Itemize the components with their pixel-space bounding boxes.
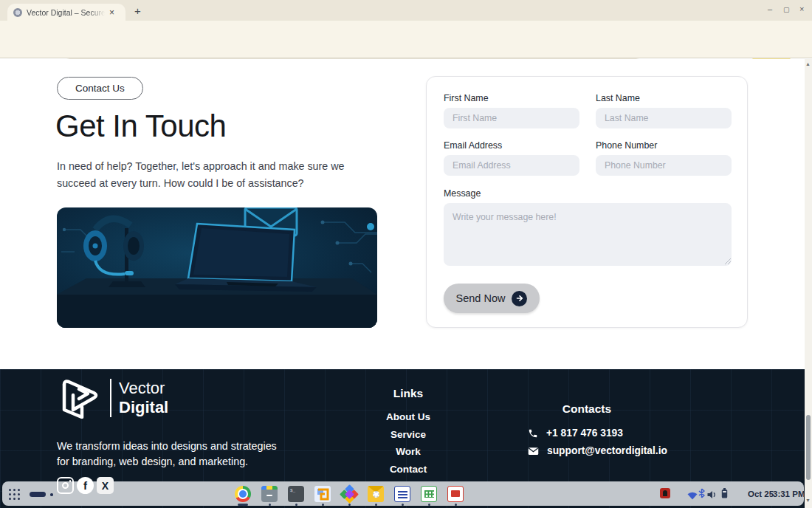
photos-app-icon[interactable] (341, 486, 357, 502)
phone-label: Phone Number (596, 140, 657, 151)
facebook-icon[interactable]: f (77, 477, 94, 494)
footer-phone-row[interactable]: +1 817 476 3193 (528, 428, 623, 439)
chrome-app-icon[interactable] (235, 486, 251, 502)
brand-wordmark: Vector Digital (110, 379, 168, 417)
contact-form-card: First Name Last Name Email Address Phone… (426, 76, 748, 328)
desk-indicator-dot[interactable] (50, 493, 53, 496)
scrollbar-up-icon[interactable]: ▲ (805, 61, 811, 66)
tab-strip: Vector Digital – Secure, Co × + – ▢ × (0, 0, 812, 21)
page-description: In need of help? Together, let's approac… (57, 158, 365, 192)
tab-favicon (13, 8, 22, 17)
shelf-date[interactable]: Oct 25 (748, 490, 774, 498)
browser-toolbar: ← → ⟳ vectordigital.io/#about ☆ Work ⋮ (0, 21, 812, 41)
arrow-right-icon (512, 291, 527, 306)
first-name-label: First Name (444, 93, 489, 103)
desk-indicator-pill[interactable] (30, 492, 46, 497)
footer-contacts-heading: Contacts (543, 402, 631, 416)
footer-tagline: We transform ideas into designs and stra… (57, 439, 278, 469)
footer-links-heading: Links (364, 387, 453, 400)
running-indicator (428, 504, 430, 506)
footer-email-row[interactable]: support@vectordigital.io (528, 445, 667, 456)
hero-illustration (57, 207, 377, 328)
battery-icon[interactable] (721, 488, 728, 501)
screen: Vector Digital – Secure, Co × + – ▢ × ← … (0, 0, 812, 508)
email-input[interactable] (444, 155, 579, 176)
footer-link-work[interactable]: Work (364, 446, 453, 457)
textarea-resize-handle[interactable] (725, 258, 731, 264)
page-title: Get In Touch (55, 109, 226, 144)
footer-phone: +1 817 476 3193 (546, 428, 623, 439)
running-indicator (322, 504, 324, 506)
files-app-icon[interactable] (261, 486, 278, 502)
phone-input[interactable] (596, 155, 732, 176)
mail-app-icon[interactable] (368, 486, 384, 502)
brand-mark-icon (57, 377, 103, 419)
volume-icon[interactable] (707, 489, 717, 502)
send-now-button[interactable]: Send Now (444, 284, 540, 313)
brand-line1: Vector (119, 379, 168, 398)
contact-us-badge[interactable]: Contact Us (57, 77, 143, 100)
writer-app-icon[interactable] (394, 486, 410, 502)
notification-app-icon[interactable] (660, 488, 670, 498)
footer-email: support@vectordigital.io (547, 445, 667, 456)
last-name-label: Last Name (596, 93, 640, 103)
phone-icon (528, 428, 538, 439)
footer-link-service[interactable]: Service (364, 429, 453, 440)
email-label: Email Address (444, 140, 502, 151)
running-indicator (348, 504, 351, 506)
running-indicator (375, 504, 377, 506)
brand-line2: Digital (119, 398, 168, 417)
first-name-input[interactable] (444, 108, 579, 128)
terminal-app-icon[interactable]: $_ (288, 486, 304, 502)
instagram-icon[interactable] (57, 477, 74, 494)
text-editor-app-icon[interactable] (314, 486, 331, 502)
running-indicator (295, 504, 297, 506)
bookmarks-bar: Navy Business General Education PGH All … (0, 41, 812, 58)
footer-link-about-us[interactable]: About Us (364, 411, 453, 422)
last-name-input[interactable] (596, 108, 732, 128)
launcher-icon[interactable] (9, 489, 20, 500)
scrollbar-thumb[interactable] (806, 415, 811, 480)
scrollbar-down-icon[interactable]: ▼ (805, 498, 811, 503)
running-indicator (269, 504, 271, 506)
bluetooth-icon[interactable] (698, 488, 705, 501)
send-now-label: Send Now (456, 292, 506, 304)
footer-link-contact[interactable]: Contact (364, 464, 453, 475)
window-maximize-icon[interactable]: ▢ (783, 6, 790, 13)
message-label: Message (444, 188, 481, 199)
message-input[interactable] (444, 203, 732, 266)
window-close-icon[interactable]: × (799, 4, 804, 13)
window-minimize-icon[interactable]: – (768, 4, 772, 13)
shelf-time[interactable]: 3:31 PM (773, 490, 805, 498)
tab-title: Vector Digital – Secure, Co (27, 8, 105, 17)
browser-tab[interactable]: Vector Digital – Secure, Co × (7, 4, 125, 21)
wifi-icon[interactable] (687, 490, 698, 503)
chrome-running-indicator (238, 504, 248, 506)
running-indicator (455, 504, 457, 506)
impress-app-icon[interactable] (447, 486, 464, 502)
brand-logo: Vector Digital (57, 377, 168, 419)
new-tab-button[interactable]: + (134, 4, 141, 17)
tab-close-icon[interactable]: × (109, 8, 114, 17)
running-indicator (402, 504, 404, 506)
x-twitter-icon[interactable]: X (97, 477, 114, 494)
mail-icon (528, 447, 539, 456)
calc-app-icon[interactable] (421, 486, 437, 502)
